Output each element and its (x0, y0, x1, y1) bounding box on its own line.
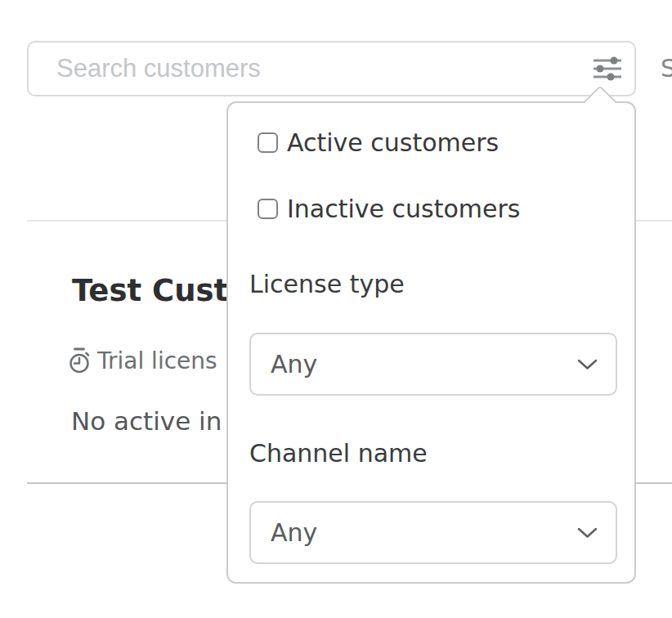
customer-status-text: No active in (71, 406, 222, 436)
customers-page: S Test Cust Trial licens No active in Ac… (0, 0, 672, 618)
filter-popover: Active customers Inactive customers Lice… (226, 101, 636, 584)
inactive-customers-checkbox[interactable] (258, 199, 278, 219)
active-customers-checkbox-row[interactable]: Active customers (258, 128, 499, 157)
license-type-select-value: Any (271, 350, 577, 378)
search-bar (27, 41, 636, 96)
chevron-down-icon (577, 359, 598, 370)
license-type-text: Trial licens (97, 347, 217, 374)
chevron-down-icon (577, 527, 598, 539)
license-row: Trial licens (69, 347, 217, 374)
license-type-field-label: License type (249, 270, 405, 298)
channel-name-field-label: Channel name (249, 439, 428, 468)
license-type-select[interactable]: Any (249, 333, 617, 396)
customer-name[interactable]: Test Cust (72, 273, 228, 308)
active-customers-checkbox[interactable] (258, 132, 278, 153)
inactive-customers-label: Inactive customers (287, 195, 520, 223)
sort-control-fragment[interactable]: S (661, 54, 672, 83)
channel-name-select-value: Any (271, 518, 577, 547)
inactive-customers-checkbox-row[interactable]: Inactive customers (258, 195, 520, 223)
channel-name-select[interactable]: Any (249, 501, 617, 564)
search-input[interactable] (29, 43, 580, 95)
sliders-icon (592, 56, 623, 82)
active-customers-label: Active customers (287, 128, 499, 157)
filter-button[interactable] (580, 43, 634, 95)
timer-icon (69, 347, 91, 374)
